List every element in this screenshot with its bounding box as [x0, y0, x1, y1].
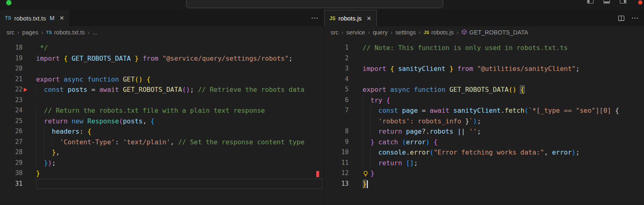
- breadcrumb-item[interactable]: TSrobots.txt.ts: [46, 29, 85, 36]
- line-text: // Return the robots.txt file with a pla…: [36, 105, 324, 116]
- line-number[interactable]: 22: [0, 84, 23, 95]
- layout-panel-bottom-icon[interactable]: [603, 0, 610, 5]
- tab-robots-js[interactable]: JS robots.js ✕: [324, 10, 377, 26]
- code-line[interactable]: 25 return new Response(posts, {: [0, 116, 324, 127]
- breadcrumb-item[interactable]: pages: [22, 29, 39, 36]
- code-line[interactable]: 20: [0, 64, 324, 74]
- layout-panel-left-icon[interactable]: [587, 0, 594, 5]
- titlebar: [0, 0, 644, 10]
- line-number[interactable]: 26: [0, 126, 23, 137]
- line-text: }: [36, 168, 324, 179]
- line-number[interactable]: 6: [324, 95, 349, 106]
- line-number[interactable]: 31: [0, 179, 23, 189]
- symbol-function-icon: [461, 29, 467, 36]
- lightbulb-icon[interactable]: [363, 168, 370, 179]
- line-number[interactable]: [324, 116, 349, 127]
- line-text: 'Content-Type': 'text/plain', // Set the…: [36, 137, 324, 148]
- code-line[interactable]: 31: [0, 179, 324, 189]
- line-number[interactable]: 5: [324, 84, 349, 95]
- red-dot-icon: [638, 0, 642, 5]
- line-number[interactable]: 4: [324, 74, 349, 85]
- tab-robots-txt-ts[interactable]: TS robots.txt.ts M ✕: [0, 10, 69, 26]
- line-number[interactable]: 20: [0, 64, 23, 74]
- editor-pane-right: JS robots.js ✕ ⋯ src›service›query›setti…: [324, 10, 644, 205]
- code-line[interactable]: 2: [324, 53, 644, 64]
- line-number[interactable]: 23: [0, 95, 23, 106]
- code-line[interactable]: 1// Note: This function is only used in …: [324, 43, 644, 53]
- split-editor-icon[interactable]: [618, 15, 625, 22]
- more-actions-icon[interactable]: ⋯: [631, 14, 639, 23]
- breadcrumb-item[interactable]: query: [373, 29, 388, 36]
- code-line[interactable]: 13}: [324, 179, 644, 189]
- code-line[interactable]: 6 try {: [324, 95, 644, 106]
- code-line[interactable]: 4: [324, 74, 644, 85]
- ts-file-icon: TS: [46, 30, 52, 35]
- breadcrumb-item[interactable]: service: [346, 29, 365, 36]
- breadcrumb-label: GET_ROBOTS_DATA: [469, 29, 528, 36]
- code-line[interactable]: 21export async function GET() {: [0, 74, 324, 85]
- command-center[interactable]: [186, 0, 443, 8]
- code-editor-right[interactable]: 1// Note: This function is only used in …: [324, 39, 644, 189]
- chevron-right-icon: ›: [368, 29, 370, 36]
- code-line[interactable]: 12}: [324, 168, 644, 179]
- breadcrumb-item[interactable]: src: [7, 29, 14, 36]
- code-line[interactable]: 30}: [0, 168, 324, 179]
- breadcrumb-label: robots.js: [431, 29, 454, 36]
- line-number[interactable]: 24: [0, 105, 23, 116]
- code-editor-left[interactable]: 18 */19import { GET_ROBOTS_DATA } from "…: [0, 39, 324, 189]
- code-line[interactable]: 11 return [];: [324, 158, 644, 169]
- window-control-green[interactable]: [6, 0, 11, 5]
- code-line[interactable]: 18 */: [0, 43, 324, 53]
- line-number[interactable]: 11: [324, 158, 349, 169]
- layout-panel-right-icon[interactable]: [619, 0, 627, 5]
- code-line[interactable]: 10 console.error("Error fetching works d…: [324, 147, 644, 158]
- breadcrumb-item[interactable]: JSrobots.js: [424, 29, 454, 36]
- code-line[interactable]: 24 // Return the robots.txt file with a …: [0, 105, 324, 116]
- line-number[interactable]: 1: [324, 43, 349, 53]
- line-number[interactable]: 19: [0, 53, 23, 64]
- close-icon[interactable]: ✕: [367, 15, 372, 22]
- code-line[interactable]: 8 return page?.robots || '';: [324, 126, 644, 137]
- line-number[interactable]: 7: [324, 105, 349, 116]
- editor-groups: TS robots.txt.ts M ✕ ⋯ src›pages›TSrobot…: [0, 10, 644, 205]
- code-line[interactable]: 5export async function GET_ROBOTS_DATA()…: [324, 84, 644, 95]
- more-actions-icon[interactable]: ⋯: [311, 14, 319, 23]
- line-number[interactable]: 29: [0, 158, 23, 169]
- breadcrumb-label: src: [7, 29, 14, 36]
- line-number[interactable]: 18: [0, 43, 23, 53]
- line-number[interactable]: 28: [0, 147, 23, 158]
- code-line[interactable]: 26 headers: {: [0, 126, 324, 137]
- code-line[interactable]: 29 });: [0, 158, 324, 169]
- line-number[interactable]: 21: [0, 74, 23, 85]
- breadcrumb-item[interactable]: ...: [93, 29, 98, 36]
- ts-file-icon: TS: [5, 15, 11, 21]
- editor-pane-left: TS robots.txt.ts M ✕ ⋯ src›pages›TSrobot…: [0, 10, 324, 205]
- code-line[interactable]: 9 } catch (error) {: [324, 137, 644, 148]
- code-line[interactable]: 23: [0, 95, 324, 106]
- line-number[interactable]: 2: [324, 53, 349, 64]
- code-line[interactable]: 7 const page = await sanityClient.fetch(…: [324, 105, 644, 116]
- breadcrumb-item[interactable]: GET_ROBOTS_DATA: [461, 29, 528, 36]
- code-line[interactable]: 27 'Content-Type': 'text/plain', // Set …: [0, 137, 324, 148]
- code-line[interactable]: 19import { GET_ROBOTS_DATA } from "@serv…: [0, 53, 324, 64]
- close-icon[interactable]: ✕: [59, 15, 64, 21]
- code-line[interactable]: 22 const posts = await GET_ROBOTS_DATA()…: [0, 84, 324, 95]
- js-file-icon: JS: [424, 30, 429, 35]
- breadcrumb-label: settings: [395, 29, 416, 36]
- code-line[interactable]: 28 },: [0, 147, 324, 158]
- breadcrumb-item[interactable]: settings: [395, 29, 416, 36]
- line-number[interactable]: 13: [324, 179, 349, 189]
- line-number[interactable]: 25: [0, 116, 23, 127]
- line-number[interactable]: 27: [0, 137, 23, 148]
- line-number[interactable]: 10: [324, 147, 349, 158]
- line-text: headers: {: [36, 126, 324, 137]
- line-number[interactable]: 8: [324, 126, 349, 137]
- code-line[interactable]: 3import { sanityClient } from "@utilitie…: [324, 64, 644, 74]
- breadcrumb-item[interactable]: src: [331, 29, 338, 36]
- code-line[interactable]: 'robots': robots_info }`);: [324, 116, 644, 127]
- line-number[interactable]: 12: [324, 168, 349, 179]
- gutter-arrow-icon[interactable]: [24, 88, 27, 92]
- line-number[interactable]: 30: [0, 168, 23, 179]
- line-number[interactable]: 9: [324, 137, 349, 148]
- line-number[interactable]: 3: [324, 64, 349, 74]
